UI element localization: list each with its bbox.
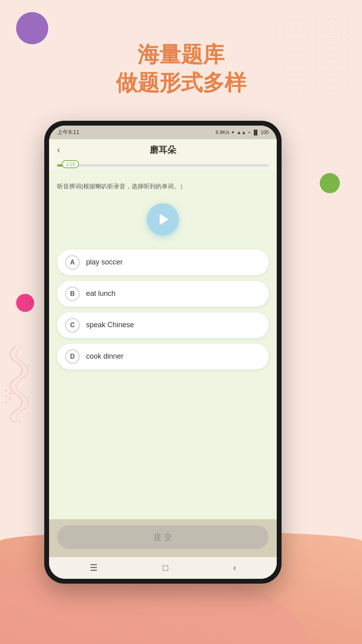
- option-b-letter: B: [65, 287, 80, 301]
- option-c-letter: C: [65, 318, 80, 332]
- progress-bar: 1/16: [57, 164, 269, 167]
- options-list: A play soccer B eat lunch C speak Chines…: [57, 250, 269, 369]
- decoration-green-circle: [320, 173, 340, 193]
- option-b-text: eat lunch: [86, 289, 115, 298]
- submit-button[interactable]: 提 交: [57, 525, 269, 549]
- play-audio-button[interactable]: [147, 203, 179, 235]
- option-d-letter: D: [65, 349, 80, 364]
- title-line1: 海量题库: [0, 40, 362, 68]
- question-area: 听音辨词(根据喇叭听录音，选择听到的单词。） A play soccer B: [49, 170, 277, 519]
- status-time: 上午9:11: [57, 129, 79, 136]
- decoration-purple-circle: [16, 12, 48, 44]
- bluetooth-icon: ✦: [231, 130, 235, 135]
- nav-back-icon[interactable]: ‹: [233, 563, 236, 573]
- option-a[interactable]: A play soccer: [57, 250, 269, 275]
- phone-mockup: 上午9:11 6.9K/s ✦ ▲▲ ⌁ ▐▌ 100 ‹ 磨耳朵 1/16: [44, 121, 282, 584]
- option-b[interactable]: B eat lunch: [57, 281, 269, 307]
- title-line2: 做题形式多样: [0, 68, 362, 97]
- option-d[interactable]: D cook dinner: [57, 344, 269, 369]
- nav-home-icon[interactable]: □: [163, 563, 168, 573]
- svg-point-1: [5, 395, 7, 398]
- progress-badge: 1/16: [62, 160, 79, 168]
- play-triangle-icon: [160, 214, 169, 225]
- svg-point-2: [5, 401, 7, 404]
- wifi-icon: ⌁: [248, 130, 251, 135]
- status-bar: 上午9:11 6.9K/s ✦ ▲▲ ⌁ ▐▌ 100: [49, 126, 277, 139]
- app-header: ‹ 磨耳朵: [49, 139, 277, 161]
- battery-level: 100: [261, 130, 269, 135]
- app-content: ‹ 磨耳朵 1/16 听音辨词(根据喇叭听录音，选择听到的单词。）: [49, 139, 277, 579]
- nav-menu-icon[interactable]: ☰: [90, 563, 98, 573]
- phone-screen: 上午9:11 6.9K/s ✦ ▲▲ ⌁ ▐▌ 100 ‹ 磨耳朵 1/16: [49, 126, 277, 579]
- svg-point-3: [9, 392, 11, 394]
- option-a-letter: A: [65, 255, 80, 270]
- option-d-text: cook dinner: [86, 352, 123, 361]
- option-c[interactable]: C speak Chinese: [57, 312, 269, 338]
- question-text: 听音辨词(根据喇叭听录音，选择听到的单词。）: [57, 182, 269, 191]
- option-c-text: speak Chinese: [86, 321, 134, 329]
- submit-area: 提 交: [49, 519, 277, 557]
- svg-point-0: [5, 389, 7, 392]
- play-btn-container: [57, 203, 269, 235]
- option-a-text: play soccer: [86, 258, 123, 266]
- decoration-pink-circle: [16, 294, 34, 312]
- progress-area: 1/16: [49, 161, 277, 170]
- nav-bar: ☰ □ ‹: [49, 557, 277, 579]
- network-speed: 6.9K/s: [216, 130, 229, 135]
- signal-icon: ▲▲: [237, 130, 246, 135]
- decoration-wave: [0, 342, 32, 423]
- battery-icon: ▐▌: [252, 130, 259, 135]
- status-icons: 6.9K/s ✦ ▲▲ ⌁ ▐▌ 100: [216, 130, 269, 135]
- svg-point-4: [9, 398, 11, 400]
- back-button[interactable]: ‹: [57, 145, 60, 155]
- title-area: 海量题库 做题形式多样: [0, 40, 362, 97]
- screen-title: 磨耳朵: [150, 144, 176, 156]
